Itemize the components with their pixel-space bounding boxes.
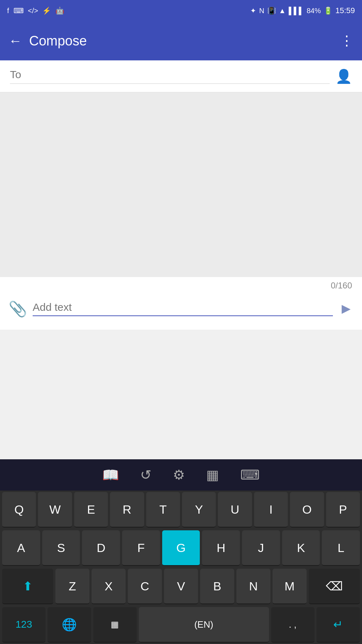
key-v[interactable]: V [164, 569, 198, 604]
android-icon: 🤖 [55, 6, 64, 15]
keyboard-row-2: A S D F G H J K L [0, 529, 362, 567]
battery-level: 84% [307, 7, 321, 15]
key-q[interactable]: Q [2, 492, 36, 527]
globe-key[interactable]: 🌐 [48, 607, 91, 643]
message-body[interactable] [0, 92, 362, 277]
barcode-key[interactable]: ▦ [93, 607, 137, 643]
send-button[interactable]: ► [339, 300, 353, 317]
usb-icon: ⚡ [42, 6, 51, 15]
status-time: 15:59 [335, 6, 355, 15]
enter-key[interactable]: ↵ [317, 607, 360, 643]
more-menu-button[interactable]: ⋮ [340, 33, 353, 49]
keyboard-icon: ⌨ [13, 6, 24, 15]
backspace-key[interactable]: ⌫ [309, 569, 360, 604]
status-icons-right: ✦ N 📳 ▲ ▌▌▌ 84% 🔋 15:59 [250, 6, 355, 15]
space-key[interactable]: (EN) [139, 607, 269, 643]
kb-keyboard-icon[interactable]: ⌨ [240, 467, 260, 483]
char-counter: 0/160 [331, 281, 352, 290]
keyboard-row-1: Q W E R T Y U I O P [0, 491, 362, 529]
app-bar: ← Compose ⋮ [0, 21, 362, 60]
key-c[interactable]: C [128, 569, 162, 604]
message-text-input[interactable] [33, 301, 333, 316]
key-r[interactable]: R [110, 492, 144, 527]
app-bar-left: ← Compose [9, 33, 87, 49]
key-t[interactable]: T [146, 492, 180, 527]
key-n[interactable]: N [236, 569, 270, 604]
battery-icon: 🔋 [324, 6, 333, 15]
key-i[interactable]: I [254, 492, 288, 527]
kb-barcode-icon[interactable]: ▦ [206, 467, 219, 483]
key-g[interactable]: G [162, 530, 200, 566]
keyboard-toolbar: 📖 ↺ ⚙ ▦ ⌨ [0, 459, 362, 491]
status-icons-left: f ⌨ </> ⚡ 🤖 [7, 6, 64, 15]
key-d[interactable]: D [82, 530, 120, 566]
key-b[interactable]: B [200, 569, 234, 604]
char-counter-row: 0/160 [0, 277, 362, 291]
nfc-icon: N [259, 7, 264, 15]
key-x[interactable]: X [92, 569, 126, 604]
signal-icon: ▌▌▌ [289, 7, 304, 15]
shift-key[interactable]: ⬆ [2, 569, 53, 604]
contact-picker-icon[interactable]: 👤 [335, 69, 352, 84]
key-h[interactable]: H [202, 530, 240, 566]
kb-settings-icon[interactable]: ⚙ [173, 467, 185, 483]
key-j[interactable]: J [242, 530, 280, 566]
kb-history-icon[interactable]: ↺ [140, 467, 152, 483]
key-u[interactable]: U [218, 492, 252, 527]
key-z[interactable]: Z [55, 569, 89, 604]
key-s[interactable]: S [42, 530, 80, 566]
back-button[interactable]: ← [9, 33, 22, 49]
code-icon: </> [28, 7, 38, 15]
key-w[interactable]: W [38, 492, 72, 527]
status-bar: f ⌨ </> ⚡ 🤖 ✦ N 📳 ▲ ▌▌▌ 84% 🔋 15:59 [0, 0, 362, 21]
facebook-icon: f [7, 7, 9, 15]
kb-dictionary-icon[interactable]: 📖 [102, 467, 119, 483]
num-key[interactable]: 123 [2, 607, 45, 643]
keyboard-row-3: ⬆ Z X C V B N M ⌫ [0, 567, 362, 606]
bluetooth-icon: ✦ [250, 6, 256, 15]
attach-icon[interactable]: 📎 [9, 300, 27, 318]
keyboard-row-4: 123 🌐 ▦ (EN) . , ↵ [0, 606, 362, 644]
period-key[interactable]: . , [271, 607, 314, 643]
key-k[interactable]: K [282, 530, 320, 566]
key-l[interactable]: L [322, 530, 360, 566]
app-bar-title: Compose [29, 33, 87, 49]
key-m[interactable]: M [273, 569, 307, 604]
keyboard: 📖 ↺ ⚙ ▦ ⌨ Q W E R T Y U I O P A S D F G … [0, 459, 362, 644]
key-p[interactable]: P [326, 492, 360, 527]
key-f[interactable]: F [122, 530, 160, 566]
key-a[interactable]: A [2, 530, 40, 566]
to-input[interactable] [10, 69, 330, 84]
key-e[interactable]: E [74, 492, 108, 527]
wifi-icon: ▲ [279, 7, 286, 15]
key-o[interactable]: O [290, 492, 324, 527]
to-field-container: 👤 [0, 60, 362, 92]
vibrate-icon: 📳 [267, 6, 276, 15]
text-input-row: 📎 ► [0, 291, 362, 330]
key-y[interactable]: Y [182, 492, 216, 527]
